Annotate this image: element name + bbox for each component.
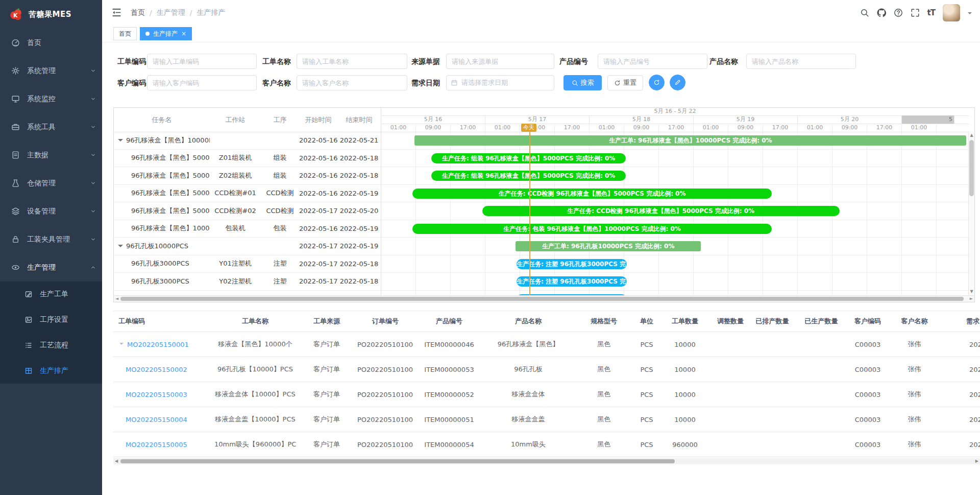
- sidebar-subitem-label: 工艺流程: [40, 341, 68, 350]
- user-avatar[interactable]: [943, 4, 960, 21]
- refresh-icon: [614, 80, 621, 86]
- gantt-bar[interactable]: 生产任务: 包装 96孔移液盒【黑色】10000PCS 完成比例: 0%: [412, 224, 772, 234]
- cell-qty: 10000: [657, 391, 713, 398]
- breadcrumb-item-2[interactable]: 生产排产: [197, 8, 225, 17]
- gantt-bar[interactable]: 生产工单: 96孔孔板10000PCS 完成比例: 0%: [516, 241, 701, 251]
- refresh-schedule-button[interactable]: [649, 75, 665, 90]
- filter-input-工单名称[interactable]: [297, 54, 407, 69]
- sidebar-subitem-工序设置[interactable]: 工序设置: [0, 307, 102, 333]
- scrollbar-thumb[interactable]: [969, 140, 974, 196]
- table-row[interactable]: MO202205150004移液盒盒盖【10000】PCS客户订单PO20220…: [113, 407, 980, 432]
- fullscreen-icon[interactable]: [911, 8, 920, 17]
- work-order-link[interactable]: MO202205150002: [126, 366, 187, 373]
- github-icon[interactable]: [877, 8, 886, 17]
- gantt-bar[interactable]: 生产任务: 注塑 96孔孔板3000PCS 完成比例: 0%: [517, 276, 627, 287]
- sidebar-item-8[interactable]: 生产管理: [0, 253, 102, 281]
- filter-input-产品名称[interactable]: [746, 54, 856, 69]
- sidebar-item-6[interactable]: 设备管理: [0, 197, 102, 225]
- table-row[interactable]: MO20220515000296孔孔板【10000】PCS客户订单PO20220…: [113, 357, 980, 382]
- sidebar-subitem-生产工单[interactable]: 生产工单: [0, 281, 102, 307]
- scroll-right-icon[interactable]: ►: [970, 296, 973, 302]
- gantt-bar[interactable]: 生产工单: 96孔移液盒【黑色】10000PCS 完成比例: 0%: [414, 135, 966, 146]
- lock-icon: [11, 235, 20, 244]
- gantt-task-start: 2022-05-16: [299, 225, 337, 232]
- sidebar-item-label: 系统监控: [27, 95, 90, 104]
- gantt-task-row[interactable]: 96孔移液盒【黑色】10000PCS2022-05-162022-05-21: [114, 132, 381, 150]
- cell-order: PO202205101001: [357, 391, 413, 398]
- sidebar-item-1[interactable]: 系统管理: [0, 57, 102, 85]
- scroll-down-icon[interactable]: ▼: [969, 288, 974, 295]
- search-button[interactable]: 搜索: [564, 75, 602, 90]
- question-icon[interactable]: [894, 8, 903, 17]
- gantt-horizontal-scrollbar[interactable]: ◄►: [114, 295, 974, 302]
- table-row[interactable]: MO202205150003移液盒盒体【10000】PCS客户订单PO20220…: [113, 382, 980, 407]
- reset-button[interactable]: 重置: [607, 75, 643, 90]
- row-expand-caret-icon[interactable]: [119, 343, 124, 347]
- app-logo: K 苦糖果MES: [0, 0, 102, 29]
- sidebar-subitem-工艺流程[interactable]: 工艺流程: [0, 333, 102, 358]
- filter-input-来源单据[interactable]: [446, 54, 554, 69]
- work-order-link[interactable]: MO202205150005: [126, 441, 187, 449]
- work-order-link[interactable]: MO202205150001: [127, 341, 189, 348]
- gantt-vertical-scrollbar[interactable]: ▲▼: [968, 132, 974, 295]
- sidebar-subitem-生产排产[interactable]: 生产排产: [0, 358, 102, 384]
- filter-input-工单编码[interactable]: [147, 54, 257, 69]
- gantt-task-row[interactable]: 96孔移液盒【黑色】10000PCS包装机包装2022-05-162022-05…: [114, 220, 381, 238]
- gantt-bar[interactable]: 生产任务: 组装 96孔移液盒【黑色】5000PCS 完成比例: 0%: [431, 171, 626, 181]
- scroll-left-icon[interactable]: ◀: [115, 458, 118, 464]
- work-order-link[interactable]: MO202205150003: [126, 391, 187, 398]
- gantt-bar[interactable]: 生产任务: CCD检测 96孔移液盒【黑色】5000PCS 完成比例: 0%: [412, 188, 772, 199]
- gantt-task-process: 组装: [261, 171, 299, 180]
- table-column-产品编号: 产品编号: [413, 317, 485, 326]
- work-order-link[interactable]: MO202205150004: [126, 416, 187, 423]
- sidebar-item-7[interactable]: 工装夹具管理: [0, 225, 102, 253]
- cell-code: MO202205150002: [113, 366, 214, 373]
- gantt-bar[interactable]: 生产任务: 注塑 96孔孔板3000PCS 完成比例: 0%: [517, 259, 627, 269]
- gantt-bar[interactable]: 生产任务: CCD检测 96孔移液盒【黑色】5000PCS 完成比例: 0%: [482, 206, 840, 216]
- font-size-icon[interactable]: tT: [927, 8, 935, 17]
- tab-close-icon[interactable]: ×: [181, 31, 186, 37]
- scrollbar-thumb[interactable]: [120, 459, 675, 463]
- sidebar-item-0[interactable]: 首页: [0, 29, 102, 57]
- scrollbar-thumb[interactable]: [120, 297, 964, 301]
- scroll-up-icon[interactable]: ▲: [969, 132, 974, 139]
- expand-caret-icon[interactable]: [118, 245, 123, 250]
- breadcrumb-item-1[interactable]: 生产管理: [157, 8, 185, 17]
- gantt-task-start: 2022-05-17: [299, 207, 337, 215]
- breadcrumb-item-0[interactable]: 首页: [131, 8, 145, 17]
- sidebar-item-5[interactable]: 仓储管理: [0, 169, 102, 197]
- scroll-right-icon[interactable]: ▶: [975, 458, 978, 464]
- sidebar-item-4[interactable]: 主数据: [0, 141, 102, 169]
- gantt-task-row[interactable]: 96孔孔板10000PCS2022-05-172022-05-19: [114, 238, 381, 255]
- demand-date-picker[interactable]: 请选择需求日期: [446, 75, 554, 90]
- edit-schedule-button[interactable]: [670, 75, 685, 90]
- gantt-bar[interactable]: 生产任务: 组装 96孔移液盒【黑色】5000PCS 完成比例: 0%: [431, 153, 626, 163]
- sidebar-item-2[interactable]: 系统监控: [0, 85, 102, 113]
- gantt-task-row[interactable]: 96孔孔板3000PCSY01注塑机注塑2022-05-172022-05-18: [114, 255, 381, 273]
- gantt-task-row[interactable]: 96孔移液盒【黑色】5000PCSCCD检测#02CCD检测2022-05-17…: [114, 202, 381, 220]
- sidebar-toggle-icon[interactable]: [111, 7, 122, 18]
- tab-生产排产[interactable]: 生产排产×: [140, 27, 192, 40]
- gantt-task-row[interactable]: 96孔移液盒【黑色】5000PCSCCD检测#01CCD检测2022-05-16…: [114, 185, 381, 203]
- filter-input-产品编号[interactable]: [598, 54, 707, 69]
- gantt-bar[interactable]: 生产任务: 注塑 96孔孔板3000PCS 完成比例: 0%: [517, 294, 627, 296]
- tab-首页[interactable]: 首页: [113, 27, 137, 40]
- gantt-task-row[interactable]: 96孔孔板3000PCSY02注塑机注塑2022-05-172022-05-18: [114, 273, 381, 291]
- expand-caret-icon[interactable]: [118, 139, 123, 144]
- gantt-task-row[interactable]: 96孔移液盒【黑色】5000PCSZ02组装机组装2022-05-162022-…: [114, 167, 381, 185]
- gantt-task-row[interactable]: 96孔孔板3000PCSY03注塑机注塑2022-05-172022-05-18: [114, 291, 381, 296]
- search-icon[interactable]: [860, 8, 869, 17]
- sidebar-item-3[interactable]: 系统工具: [0, 113, 102, 141]
- gantt-task-end: 2022-05-20: [337, 207, 381, 215]
- table-row[interactable]: MO202205150001移液盒【黑色】10000个客户订单PO2022051…: [113, 332, 980, 357]
- gantt-task-process: CCD检测: [261, 188, 299, 198]
- scroll-left-icon[interactable]: ◄: [115, 296, 118, 302]
- gantt-task-start: 2022-05-17: [299, 260, 337, 268]
- gantt-task-row[interactable]: 96孔移液盒【黑色】5000PCSZ01组装机组装2022-05-162022-…: [114, 150, 381, 168]
- dashboard-icon: [11, 38, 20, 47]
- table-row[interactable]: MO20220515000510mm吸头【960000】PCS客户订单PO202…: [113, 432, 980, 457]
- filter-input-客户编码[interactable]: [147, 75, 257, 90]
- filter-input-客户名称[interactable]: [297, 75, 407, 90]
- table-horizontal-scrollbar[interactable]: ◀ ▶: [113, 458, 980, 464]
- avatar-dropdown-caret-icon[interactable]: [968, 12, 972, 16]
